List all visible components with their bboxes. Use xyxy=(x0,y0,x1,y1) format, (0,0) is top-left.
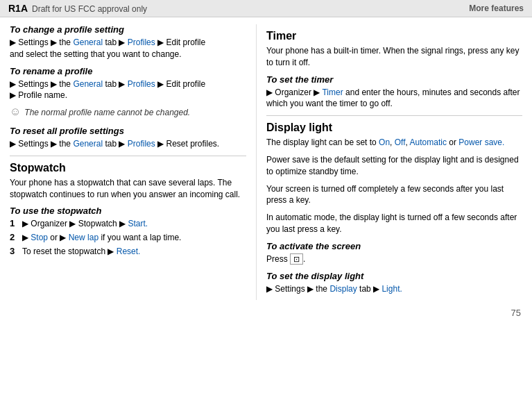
reset-profile-text: ▶ Settings ▶ the General tab ▶ Profiles … xyxy=(10,138,246,150)
text-settings-dl: ▶ Settings ▶ the xyxy=(266,284,329,294)
activate-screen-text: Press ⊡. xyxy=(266,253,522,265)
link-on[interactable]: On xyxy=(379,137,390,147)
stopwatch-step2: 2 ▶ Stop or ▶ New lap if you want a lap … xyxy=(10,232,246,244)
link-start[interactable]: Start. xyxy=(128,219,148,228)
timer-title: Timer xyxy=(266,30,522,42)
link-general2[interactable]: General xyxy=(73,79,103,89)
link-profiles2[interactable]: Profiles xyxy=(128,79,155,89)
display-light-intro3: Your screen is turned off completely a f… xyxy=(266,183,522,207)
text-dl-intro: The display light can be set to xyxy=(266,137,379,147)
set-timer-text: ▶ Organizer ▶ Timer and enter the hours,… xyxy=(266,87,522,110)
section-timer: Timer Your phone has a built-in timer. W… xyxy=(266,30,522,110)
link-display[interactable]: Display xyxy=(329,284,357,294)
section-reset-profile: To reset all profile settings ▶ Settings… xyxy=(10,126,246,150)
link-general3[interactable]: General xyxy=(73,139,103,149)
header-subtitle: Draft for US FCC approval only xyxy=(32,4,147,14)
link-off[interactable]: Off xyxy=(395,137,406,147)
text-arrow3: ▶ Settings ▶ the xyxy=(10,139,73,149)
text-tab3: tab ▶ xyxy=(103,139,128,149)
display-light-intro2: Power save is the default setting for th… xyxy=(266,154,522,178)
header: R1A Draft for US FCC approval only More … xyxy=(0,0,532,17)
step2-num: 2 xyxy=(10,232,19,244)
set-timer-title: To set the timer xyxy=(266,74,522,85)
right-column: Timer Your phone has a built-in timer. W… xyxy=(257,24,532,300)
section-display-light: Display light The display light can be s… xyxy=(266,122,522,294)
step1-text: ▶ Organizer ▶ Stopwatch ▶ Start. xyxy=(22,218,148,230)
rename-profile-text: ▶ Settings ▶ the General tab ▶ Profiles … xyxy=(10,78,246,102)
link-reset[interactable]: Reset. xyxy=(117,247,141,256)
section-label: More features xyxy=(469,3,524,13)
activate-button-icon: ⊡ xyxy=(290,253,303,265)
comma1: , xyxy=(390,137,395,147)
stopwatch-intro: Your phone has a stopwatch that can save… xyxy=(10,177,246,201)
text-period: . xyxy=(303,254,305,264)
divider2 xyxy=(266,115,522,116)
step3-text: To reset the stopwatch ▶ Reset. xyxy=(22,246,140,258)
stopwatch-step1: 1 ▶ Organizer ▶ Stopwatch ▶ Start. xyxy=(10,218,246,230)
note-row: ☺ The normal profile name cannot be chan… xyxy=(10,107,246,119)
reset-profile-title: To reset all profile settings xyxy=(10,126,246,136)
link-general1[interactable]: General xyxy=(73,37,103,47)
stopwatch-step3: 3 To reset the stopwatch ▶ Reset. xyxy=(10,246,246,258)
step1-num: 1 xyxy=(10,218,19,230)
step3-num: 3 xyxy=(10,246,19,258)
text-arrow1: ▶ Settings ▶ the xyxy=(10,37,73,47)
display-light-intro1: The display light can be set to On, Off,… xyxy=(266,137,522,149)
stopwatch-use-title: To use the stopwatch xyxy=(10,206,246,216)
step2-text: ▶ Stop or ▶ New lap if you want a lap ti… xyxy=(22,232,181,244)
text-reset: ▶ Reset profiles. xyxy=(155,139,219,149)
activate-screen-title: To activate the screen xyxy=(266,241,522,251)
info-icon: ☺ xyxy=(10,106,21,118)
text-or: or xyxy=(447,137,458,147)
section-change-profile: To change a profile setting ▶ Settings ▶… xyxy=(10,24,246,60)
link-profiles1[interactable]: Profiles xyxy=(128,37,155,47)
divider1 xyxy=(10,156,246,156)
left-column: To change a profile setting ▶ Settings ▶… xyxy=(0,24,257,300)
link-newlap[interactable]: New lap xyxy=(69,233,98,242)
section-rename-profile: To rename a profile ▶ Settings ▶ the Gen… xyxy=(10,66,246,102)
text-tab1: tab ▶ xyxy=(103,37,128,47)
change-profile-text: ▶ Settings ▶ the General tab ▶ Profiles … xyxy=(10,37,246,60)
link-automatic[interactable]: Automatic xyxy=(410,137,447,147)
link-light[interactable]: Light. xyxy=(381,284,402,294)
timer-intro: Your phone has a built-in timer. When th… xyxy=(266,45,522,69)
stopwatch-title: Stopwatch xyxy=(10,162,246,174)
link-powersave[interactable]: Power save. xyxy=(458,137,504,147)
display-light-intro4: In automatic mode, the display light is … xyxy=(266,212,522,235)
model-label: R1A xyxy=(8,3,28,14)
rename-profile-title: To rename a profile xyxy=(10,66,246,76)
link-stop[interactable]: Stop xyxy=(31,233,48,242)
change-profile-title: To change a profile setting xyxy=(10,24,246,35)
set-display-light-text: ▶ Settings ▶ the Display tab ▶ Light. xyxy=(266,283,522,295)
link-timer[interactable]: Timer xyxy=(322,87,343,97)
text-tab2: tab ▶ xyxy=(103,79,128,89)
text-tab-dl: tab ▶ xyxy=(357,284,382,294)
link-profiles3[interactable]: Profiles xyxy=(128,139,155,149)
text-arrow2: ▶ Settings ▶ the xyxy=(10,79,73,89)
section-stopwatch: Stopwatch Your phone has a stopwatch tha… xyxy=(10,162,246,258)
text-organizer: ▶ Organizer ▶ xyxy=(266,87,322,97)
display-light-title: Display light xyxy=(266,122,522,134)
set-display-light-title: To set the display light xyxy=(266,271,522,281)
footer: 75 xyxy=(0,307,532,324)
text-press: Press xyxy=(266,254,290,264)
page-number: 75 xyxy=(511,308,521,318)
note-text: The normal profile name cannot be change… xyxy=(24,107,190,119)
